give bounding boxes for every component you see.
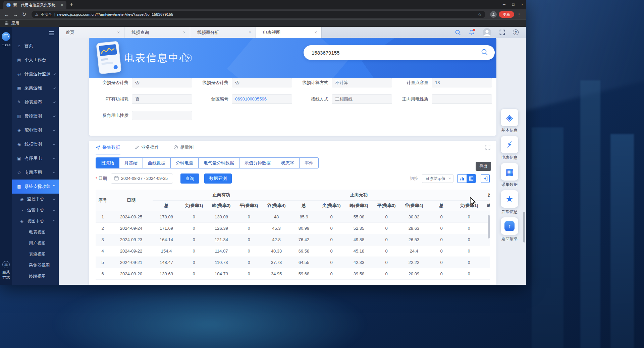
bookmark-apps[interactable]: 应用	[11, 21, 19, 26]
quick-nav-button[interactable]: ⚡ 电表信息	[500, 136, 519, 160]
user-avatar[interactable]	[482, 28, 492, 37]
data-type-tab[interactable]: 电气量分钟数据	[199, 157, 239, 168]
data-type-tab[interactable]: 日冻结	[96, 157, 119, 168]
view-type-select[interactable]: 日冻结示值	[422, 174, 453, 183]
sidebar-item[interactable]: 终端视图	[12, 271, 59, 282]
field-value[interactable]: 三相四线	[332, 94, 392, 104]
sidebar-collapse-icon[interactable]	[49, 31, 54, 32]
app-tab-close-icon[interactable]: ×	[183, 30, 185, 35]
sidebar-item[interactable]: ⌂ 首页	[12, 39, 59, 53]
window-close-icon[interactable]: ×	[521, 2, 523, 6]
browser-profile-icon[interactable]	[490, 11, 497, 18]
app-tab-close-icon[interactable]: ×	[314, 30, 317, 35]
search-icon[interactable]	[481, 49, 488, 57]
sidebar-item[interactable]: 采集器视图	[12, 260, 59, 271]
field-value[interactable]: 13	[432, 78, 492, 87]
apps-grid-icon[interactable]	[5, 21, 8, 25]
export-button[interactable]	[481, 174, 490, 183]
table-cell: 0	[235, 234, 263, 245]
panel-tab[interactable]: 采集数据	[96, 141, 120, 154]
fullscreen-icon[interactable]	[499, 29, 505, 35]
sidebar-item[interactable]: ◔ 运营中心	[12, 205, 59, 216]
table-row[interactable]: 22024-09-24171.690126.39045.380.99052.35…	[96, 222, 490, 234]
sidebar-item[interactable]: ▣ 有序用电	[12, 151, 59, 165]
data-type-tab[interactable]: 分钟电量	[171, 157, 199, 168]
field-value[interactable]: 0690100035596	[232, 94, 292, 104]
forward-icon[interactable]: →	[11, 12, 19, 17]
sidebar-item[interactable]: 表箱视图	[12, 249, 59, 260]
sidebar-item[interactable]: ▥ 费控监测	[12, 109, 59, 123]
panel-tab[interactable]: 相量图	[173, 141, 194, 154]
bookmark-star-icon[interactable]: ☆	[478, 12, 482, 17]
search-icon[interactable]	[455, 29, 461, 36]
browser-menu-icon[interactable]: ⋮	[517, 12, 521, 17]
browser-update-button[interactable]: 更新	[499, 11, 514, 18]
refresh-icon[interactable]: ↻	[20, 11, 28, 17]
table-scrollbar[interactable]	[488, 215, 490, 238]
title-chevron-icon[interactable]	[185, 55, 192, 62]
table-row[interactable]: 52024-09-21148.470110.73037.7364.55042.3…	[96, 257, 490, 268]
app-tab[interactable]: 线损查询 ×	[124, 27, 190, 38]
sidebar-item[interactable]: 用户视图	[12, 238, 59, 249]
field-value[interactable]: 否	[132, 78, 192, 87]
app-tab[interactable]: 首页 ×	[59, 27, 124, 38]
sidebar-item[interactable]: ◈ 视图中心	[12, 216, 59, 227]
table-view-button[interactable]	[467, 175, 476, 183]
field-value[interactable]	[432, 94, 492, 104]
field-value[interactable]	[132, 111, 192, 120]
quick-nav-button[interactable]: ▦ 采集数据	[500, 163, 519, 188]
sidebar-item-label: 用户视图	[29, 240, 50, 246]
sidebar-item[interactable]: ▤ 个人工作台	[12, 53, 59, 67]
sidebar-item[interactable]: ▦ 采集运维	[12, 81, 59, 95]
field-value[interactable]: 否	[232, 78, 292, 87]
browser-tab[interactable]: 新一代用电信息采集系统 ×	[3, 1, 66, 9]
quick-nav-rail: ◈ 基本信息 ⚡ 电表信息 ▦ 采集数据 ★ 异常信息 ↑ 返回顶部	[500, 109, 519, 242]
contact-button[interactable]: ☏ 联系 方式	[0, 261, 12, 280]
sidebar-item[interactable]: ✎ 抄表发布	[12, 95, 59, 109]
help-icon[interactable]: ?	[513, 29, 519, 35]
sidebar-item[interactable]: ◈ 配电监测	[12, 123, 59, 137]
quick-nav-button[interactable]: ★ 异常信息	[500, 190, 519, 215]
data-type-tab[interactable]: 事件	[300, 157, 319, 168]
window-maximize-icon[interactable]: □	[512, 2, 515, 6]
table-row[interactable]: 12024-09-25178.080130.0804885.9055.08030…	[96, 211, 490, 222]
data-type-tab[interactable]: 曲线数据	[143, 157, 171, 168]
panel-expand-icon[interactable]	[485, 145, 490, 151]
table-row[interactable]: 62024-09-20139.690104.73034.9559.68039.5…	[96, 268, 490, 279]
sidebar-item[interactable]: 电表视图	[12, 227, 59, 238]
sidebar-item[interactable]: ▩ 系统支撑功能	[12, 180, 59, 194]
sidebar-item[interactable]: ◉ 监控中心	[12, 194, 59, 205]
window-minimize-icon[interactable]: ─	[503, 2, 505, 6]
query-button[interactable]: 查询	[180, 173, 199, 184]
asset-search-box[interactable]: 1583679155	[304, 45, 495, 60]
chart-view-button[interactable]	[458, 175, 467, 183]
field-value[interactable]: 否	[132, 94, 192, 104]
data-type-tab[interactable]: 示值分钟数据	[239, 157, 276, 168]
url-bar[interactable]: ⚠ 不安全 | neweic.js.sgcc.com.cn/#/amtview/…	[32, 11, 485, 18]
app-tab-close-icon[interactable]: ×	[249, 30, 251, 35]
data-type-tab[interactable]: 状态字	[276, 157, 300, 168]
data-type-tab[interactable]: 月冻结	[119, 157, 143, 168]
tab-close-icon[interactable]: ×	[61, 3, 63, 7]
sidebar-item[interactable]: ◉ 线损监测	[12, 137, 59, 151]
table-row[interactable]: 32024-09-23164.140121.34042.876.42049.88…	[96, 234, 490, 245]
notification-bell-icon[interactable]	[469, 29, 475, 36]
sidebar-item[interactable]: ◇ 专题应用	[12, 165, 59, 180]
sidebar-item[interactable]: ◎ 计量运行监测	[12, 67, 59, 81]
back-icon[interactable]: ←	[3, 12, 11, 17]
field-value[interactable]: 不计算	[332, 78, 392, 87]
new-tab-button[interactable]: +	[70, 1, 73, 8]
view-mode-toggle	[457, 174, 476, 183]
quick-nav-button[interactable]: ◈ 基本信息	[500, 109, 519, 133]
app-logo-icon[interactable]	[2, 32, 10, 41]
asset-search-input[interactable]: 1583679155	[312, 50, 481, 56]
data-recall-button[interactable]: 数据召测	[204, 173, 232, 184]
app-tab[interactable]: 电表视图 ×	[256, 27, 322, 38]
app-tab-close-icon[interactable]: ×	[117, 30, 120, 35]
quick-nav-button[interactable]: ↑ 返回顶部	[500, 217, 519, 242]
date-range-input[interactable]: 2024-08-27 - 2024-09-25	[111, 173, 173, 184]
table-row[interactable]: 42024-09-22154.40114.07040.3369.58045.18…	[96, 245, 490, 257]
page-scrollbar[interactable]	[523, 212, 525, 242]
app-tab[interactable]: 线损率分析 ×	[190, 27, 256, 38]
panel-tab[interactable]: 业务操作	[135, 141, 159, 154]
